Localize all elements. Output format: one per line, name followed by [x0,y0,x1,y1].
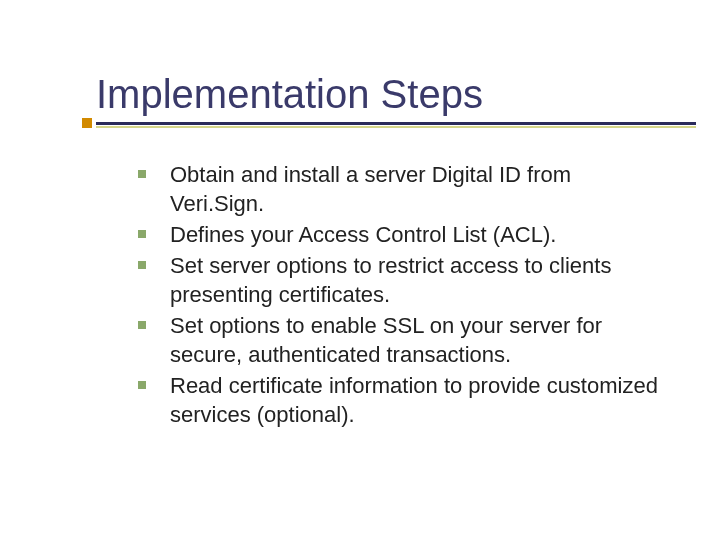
title-rule-light [96,126,696,128]
list-item: Set server options to restrict access to… [138,251,670,309]
bullet-square-icon [138,321,146,329]
bullet-text: Read certificate information to provide … [170,373,658,427]
list-item: Set options to enable SSL on your server… [138,311,670,369]
bullet-square-icon [138,230,146,238]
title-block: Implementation Steps [96,72,680,128]
accent-square-icon [82,118,92,128]
list-item: Read certificate information to provide … [138,371,670,429]
list-item: Defines your Access Control List (ACL). [138,220,670,249]
list-item: Obtain and install a server Digital ID f… [138,160,670,218]
bullet-list: Obtain and install a server Digital ID f… [138,160,670,429]
bullet-square-icon [138,381,146,389]
bullet-square-icon [138,170,146,178]
slide-body: Obtain and install a server Digital ID f… [138,160,670,431]
bullet-text: Defines your Access Control List (ACL). [170,222,556,247]
bullet-text: Set options to enable SSL on your server… [170,313,602,367]
bullet-square-icon [138,261,146,269]
title-rule-dark [96,122,696,125]
slide: Implementation Steps Obtain and install … [0,0,720,540]
bullet-text: Obtain and install a server Digital ID f… [170,162,571,216]
bullet-text: Set server options to restrict access to… [170,253,611,307]
slide-title: Implementation Steps [96,72,680,116]
